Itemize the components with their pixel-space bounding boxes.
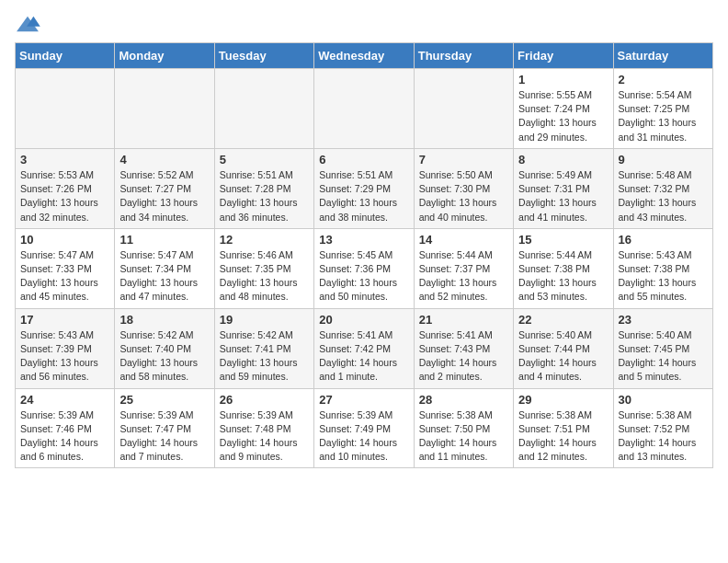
day-number: 21 [419, 313, 508, 327]
day-number: 25 [119, 393, 209, 407]
calendar-cell: 7Sunrise: 5:50 AM Sunset: 7:30 PM Daylig… [414, 148, 513, 228]
day-info: Sunrise: 5:49 AM Sunset: 7:31 PM Dayligh… [518, 168, 608, 224]
calendar-cell: 17Sunrise: 5:43 AM Sunset: 7:39 PM Dayli… [16, 308, 115, 388]
calendar-cell: 15Sunrise: 5:44 AM Sunset: 7:38 PM Dayli… [514, 228, 613, 308]
calendar-cell: 29Sunrise: 5:38 AM Sunset: 7:51 PM Dayli… [514, 388, 613, 468]
day-info: Sunrise: 5:55 AM Sunset: 7:24 PM Dayligh… [518, 88, 608, 144]
day-number: 5 [220, 153, 309, 167]
calendar-cell: 20Sunrise: 5:41 AM Sunset: 7:42 PM Dayli… [314, 308, 414, 388]
day-number: 24 [20, 393, 109, 407]
day-info: Sunrise: 5:38 AM Sunset: 7:52 PM Dayligh… [619, 408, 708, 465]
calendar-cell [115, 69, 214, 149]
day-number: 8 [518, 153, 608, 167]
day-number: 15 [518, 233, 608, 247]
day-number: 6 [319, 153, 408, 167]
day-info: Sunrise: 5:42 AM Sunset: 7:40 PM Dayligh… [119, 328, 209, 385]
calendar-cell [214, 69, 313, 149]
day-info: Sunrise: 5:51 AM Sunset: 7:29 PM Dayligh… [319, 168, 408, 224]
calendar-cell: 14Sunrise: 5:44 AM Sunset: 7:37 PM Dayli… [414, 228, 513, 308]
day-number: 7 [419, 153, 508, 167]
day-info: Sunrise: 5:52 AM Sunset: 7:27 PM Dayligh… [119, 168, 209, 224]
day-info: Sunrise: 5:39 AM Sunset: 7:48 PM Dayligh… [220, 408, 309, 465]
calendar-cell: 22Sunrise: 5:40 AM Sunset: 7:44 PM Dayli… [514, 308, 613, 388]
day-info: Sunrise: 5:43 AM Sunset: 7:38 PM Dayligh… [619, 248, 708, 304]
header-day-friday: Friday [514, 43, 613, 69]
calendar-cell: 1Sunrise: 5:55 AM Sunset: 7:24 PM Daylig… [514, 69, 613, 149]
calendar-cell: 27Sunrise: 5:39 AM Sunset: 7:49 PM Dayli… [314, 388, 414, 468]
calendar-week-1: 1Sunrise: 5:55 AM Sunset: 7:24 PM Daylig… [16, 69, 713, 149]
calendar-cell: 11Sunrise: 5:47 AM Sunset: 7:34 PM Dayli… [115, 228, 214, 308]
day-number: 11 [119, 233, 209, 247]
calendar-cell: 4Sunrise: 5:52 AM Sunset: 7:27 PM Daylig… [115, 148, 214, 228]
calendar-cell: 26Sunrise: 5:39 AM Sunset: 7:48 PM Dayli… [214, 388, 313, 468]
day-info: Sunrise: 5:47 AM Sunset: 7:33 PM Dayligh… [20, 248, 109, 304]
day-number: 2 [619, 73, 708, 86]
day-info: Sunrise: 5:43 AM Sunset: 7:39 PM Dayligh… [20, 328, 109, 385]
day-number: 30 [619, 393, 708, 407]
day-info: Sunrise: 5:46 AM Sunset: 7:35 PM Dayligh… [220, 248, 309, 304]
calendar-cell: 23Sunrise: 5:40 AM Sunset: 7:45 PM Dayli… [613, 308, 712, 388]
calendar-cell: 12Sunrise: 5:46 AM Sunset: 7:35 PM Dayli… [214, 228, 313, 308]
calendar-week-3: 10Sunrise: 5:47 AM Sunset: 7:33 PM Dayli… [16, 228, 713, 308]
calendar-cell: 5Sunrise: 5:51 AM Sunset: 7:28 PM Daylig… [214, 148, 313, 228]
day-info: Sunrise: 5:50 AM Sunset: 7:30 PM Dayligh… [419, 168, 508, 224]
calendar-week-5: 24Sunrise: 5:39 AM Sunset: 7:46 PM Dayli… [16, 388, 713, 468]
day-number: 12 [220, 233, 309, 247]
calendar-cell: 24Sunrise: 5:39 AM Sunset: 7:46 PM Dayli… [16, 388, 115, 468]
calendar-cell: 2Sunrise: 5:54 AM Sunset: 7:25 PM Daylig… [613, 69, 712, 149]
day-info: Sunrise: 5:54 AM Sunset: 7:25 PM Dayligh… [619, 88, 708, 144]
header-day-saturday: Saturday [613, 43, 712, 69]
day-number: 19 [220, 313, 309, 327]
day-info: Sunrise: 5:38 AM Sunset: 7:51 PM Dayligh… [518, 408, 608, 465]
calendar-cell: 10Sunrise: 5:47 AM Sunset: 7:33 PM Dayli… [16, 228, 115, 308]
day-info: Sunrise: 5:39 AM Sunset: 7:46 PM Dayligh… [20, 408, 109, 465]
header-day-tuesday: Tuesday [214, 43, 313, 69]
day-number: 9 [619, 153, 708, 167]
day-info: Sunrise: 5:39 AM Sunset: 7:49 PM Dayligh… [319, 408, 408, 465]
day-number: 26 [220, 393, 309, 407]
calendar-cell: 25Sunrise: 5:39 AM Sunset: 7:47 PM Dayli… [115, 388, 214, 468]
calendar-cell [414, 69, 513, 149]
day-number: 4 [119, 153, 209, 167]
day-number: 22 [518, 313, 608, 327]
calendar-cell: 19Sunrise: 5:42 AM Sunset: 7:41 PM Dayli… [214, 308, 313, 388]
calendar-cell: 16Sunrise: 5:43 AM Sunset: 7:38 PM Dayli… [613, 228, 712, 308]
day-number: 17 [20, 313, 109, 327]
day-number: 29 [518, 393, 608, 407]
header-day-monday: Monday [115, 43, 214, 69]
day-number: 10 [20, 233, 109, 247]
day-number: 28 [419, 393, 508, 407]
day-info: Sunrise: 5:42 AM Sunset: 7:41 PM Dayligh… [220, 328, 309, 385]
calendar-cell: 28Sunrise: 5:38 AM Sunset: 7:50 PM Dayli… [414, 388, 513, 468]
day-info: Sunrise: 5:47 AM Sunset: 7:34 PM Dayligh… [119, 248, 209, 304]
calendar-cell: 3Sunrise: 5:53 AM Sunset: 7:26 PM Daylig… [16, 148, 115, 228]
day-number: 1 [518, 73, 608, 86]
day-number: 20 [319, 313, 408, 327]
calendar-cell: 8Sunrise: 5:49 AM Sunset: 7:31 PM Daylig… [514, 148, 613, 228]
day-number: 16 [619, 233, 708, 247]
day-info: Sunrise: 5:51 AM Sunset: 7:28 PM Dayligh… [220, 168, 309, 224]
day-info: Sunrise: 5:44 AM Sunset: 7:38 PM Dayligh… [518, 248, 608, 304]
calendar-week-4: 17Sunrise: 5:43 AM Sunset: 7:39 PM Dayli… [16, 308, 713, 388]
day-info: Sunrise: 5:40 AM Sunset: 7:44 PM Dayligh… [518, 328, 608, 385]
calendar-cell [314, 69, 414, 149]
calendar-cell: 9Sunrise: 5:48 AM Sunset: 7:32 PM Daylig… [613, 148, 712, 228]
day-info: Sunrise: 5:53 AM Sunset: 7:26 PM Dayligh… [20, 168, 109, 224]
day-number: 13 [319, 233, 408, 247]
calendar-cell: 30Sunrise: 5:38 AM Sunset: 7:52 PM Dayli… [613, 388, 712, 468]
calendar-header-row: SundayMondayTuesdayWednesdayThursdayFrid… [16, 43, 713, 69]
calendar-cell [16, 69, 115, 149]
day-info: Sunrise: 5:45 AM Sunset: 7:36 PM Dayligh… [319, 248, 408, 304]
header-day-thursday: Thursday [414, 43, 513, 69]
header-day-sunday: Sunday [16, 43, 115, 69]
header [15, 15, 713, 35]
calendar-cell: 18Sunrise: 5:42 AM Sunset: 7:40 PM Dayli… [115, 308, 214, 388]
day-number: 23 [619, 313, 708, 327]
calendar-table: SundayMondayTuesdayWednesdayThursdayFrid… [15, 42, 713, 468]
day-info: Sunrise: 5:41 AM Sunset: 7:42 PM Dayligh… [319, 328, 408, 385]
day-number: 14 [419, 233, 508, 247]
logo-icon [15, 15, 40, 35]
day-info: Sunrise: 5:40 AM Sunset: 7:45 PM Dayligh… [619, 328, 708, 385]
day-number: 3 [20, 153, 109, 167]
header-day-wednesday: Wednesday [314, 43, 414, 69]
